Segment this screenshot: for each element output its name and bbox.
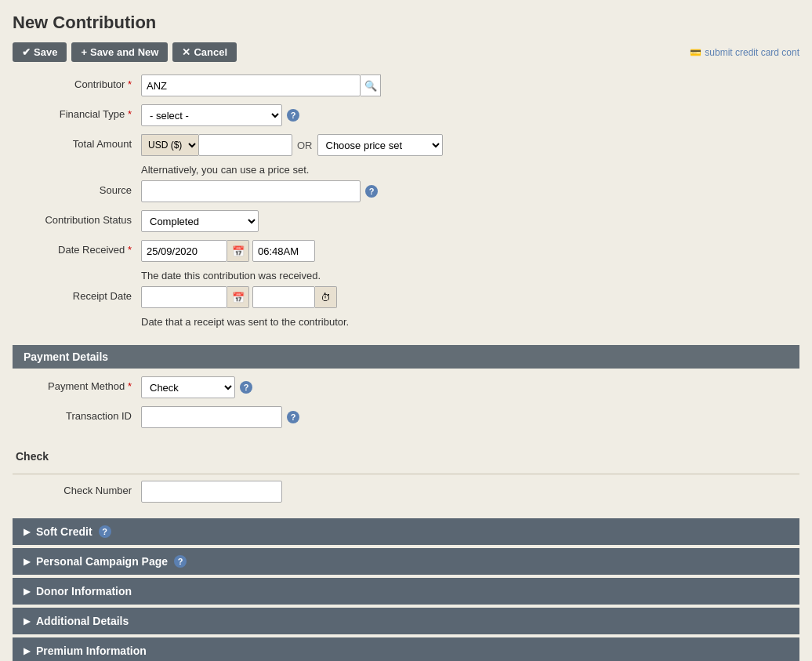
time-field-wrap bbox=[252, 240, 315, 262]
soft-credit-arrow-icon: ▶ bbox=[24, 527, 30, 537]
transaction-id-input[interactable] bbox=[141, 406, 282, 428]
source-control: ? bbox=[141, 180, 796, 202]
receipt-date-row: Receipt Date 📅 ⏱ bbox=[13, 286, 799, 308]
check-number-control bbox=[141, 481, 796, 503]
payment-details-form: Payment Method * Check Credit Card Debit… bbox=[13, 376, 799, 444]
financial-type-select[interactable]: - select - Donation Member Dues Campaign… bbox=[141, 104, 282, 126]
contributor-control: 🔍 bbox=[141, 74, 796, 96]
total-amount-control: USD ($) OR Choose price set bbox=[141, 134, 796, 156]
receipt-date-calendar-button[interactable]: 📅 bbox=[227, 286, 249, 308]
price-set-hint: Alternatively, you can use a price set. bbox=[13, 164, 799, 176]
personal-campaign-arrow-icon: ▶ bbox=[24, 557, 30, 567]
contributor-label: Contributor * bbox=[16, 74, 141, 90]
contribution-status-select[interactable]: Completed Pending Failed Cancelled In Pr… bbox=[141, 210, 259, 232]
receipt-date-input[interactable] bbox=[141, 286, 227, 308]
personal-campaign-help-icon[interactable]: ? bbox=[174, 555, 187, 568]
source-input[interactable] bbox=[141, 180, 361, 202]
contributor-search-button[interactable]: 🔍 bbox=[361, 74, 381, 96]
receipt-date-label: Receipt Date bbox=[16, 286, 141, 302]
receipt-time-input[interactable] bbox=[252, 286, 315, 308]
payment-method-control: Check Credit Card Debit Card EFT Cash ? bbox=[141, 376, 796, 398]
financial-type-label: Financial Type * bbox=[16, 104, 141, 120]
source-help-icon[interactable]: ? bbox=[365, 185, 378, 198]
submit-credit-card-link[interactable]: 💳 submit credit card cont bbox=[690, 47, 799, 58]
donor-information-label: Donor Information bbox=[36, 585, 132, 597]
financial-type-control: - select - Donation Member Dues Campaign… bbox=[141, 104, 796, 126]
price-set-select[interactable]: Choose price set bbox=[317, 134, 443, 156]
check-number-input[interactable] bbox=[141, 481, 282, 503]
check-number-row: Check Number bbox=[13, 481, 799, 503]
payment-method-label: Payment Method * bbox=[16, 376, 141, 392]
date-received-input[interactable] bbox=[141, 240, 227, 262]
soft-credit-label: Soft Credit bbox=[36, 525, 92, 538]
payment-method-help-icon[interactable]: ? bbox=[240, 381, 252, 394]
transaction-id-help-icon[interactable]: ? bbox=[287, 411, 299, 423]
credit-card-icon: 💳 bbox=[690, 47, 701, 58]
date-received-calendar-button[interactable]: 📅 bbox=[227, 240, 249, 262]
save-label: Save bbox=[34, 46, 57, 58]
time-received-input[interactable] bbox=[252, 240, 315, 262]
additional-details-arrow-icon: ▶ bbox=[24, 616, 30, 626]
receipt-date-hint: Date that a receipt was sent to the cont… bbox=[13, 316, 799, 328]
top-toolbar: ✔ Save + Save and New ✕ Cancel 💳 submit … bbox=[13, 42, 799, 62]
transaction-id-row: Transaction ID ? bbox=[13, 406, 799, 428]
contributor-input-wrap: 🔍 bbox=[141, 74, 381, 96]
amount-input[interactable] bbox=[198, 134, 292, 156]
donor-information-arrow-icon: ▶ bbox=[24, 587, 30, 597]
receipt-time-field-wrap: ⏱ bbox=[252, 286, 337, 308]
premium-information-arrow-icon: ▶ bbox=[24, 646, 30, 656]
source-label: Source bbox=[16, 180, 141, 196]
additional-details-label: Additional Details bbox=[36, 615, 129, 627]
contributor-row: Contributor * 🔍 bbox=[13, 74, 799, 96]
currency-wrap: USD ($) bbox=[141, 134, 292, 156]
financial-type-row: Financial Type * - select - Donation Mem… bbox=[13, 104, 799, 126]
save-button[interactable]: ✔ Save bbox=[13, 42, 67, 62]
currency-select[interactable]: USD ($) bbox=[141, 134, 198, 156]
contributor-required: * bbox=[128, 78, 132, 90]
collapsible-sections-container: ▶ Soft Credit ? ▶ Personal Campaign Page… bbox=[13, 518, 799, 661]
date-received-label: Date Received * bbox=[16, 240, 141, 256]
cancel-button-top[interactable]: ✕ Cancel bbox=[172, 42, 237, 62]
transaction-id-label: Transaction ID bbox=[16, 406, 141, 422]
contributor-input[interactable] bbox=[141, 74, 361, 96]
page-title: New Contribution bbox=[13, 8, 799, 33]
receipt-time-clock-button[interactable]: ⏱ bbox=[315, 286, 337, 308]
financial-type-help-icon[interactable]: ? bbox=[287, 109, 299, 122]
additional-details-section[interactable]: ▶ Additional Details bbox=[13, 608, 799, 634]
plus-icon-top: + bbox=[81, 46, 87, 58]
receipt-date-control: 📅 ⏱ bbox=[141, 286, 796, 308]
contribution-status-control: Completed Pending Failed Cancelled In Pr… bbox=[141, 210, 796, 232]
save-new-label-top: Save and New bbox=[90, 46, 158, 58]
date-received-hint: The date this contribution was received. bbox=[13, 270, 799, 281]
date-received-required: * bbox=[128, 244, 132, 256]
search-icon: 🔍 bbox=[364, 80, 377, 92]
submit-credit-label: submit credit card cont bbox=[705, 47, 799, 58]
contribution-form: Contributor * 🔍 Financial Type * bbox=[13, 74, 799, 340]
receipt-date-field-wrap: 📅 bbox=[141, 286, 249, 308]
check-divider bbox=[13, 474, 799, 474]
total-amount-row: Total Amount USD ($) OR Choose price set bbox=[13, 134, 799, 156]
date-received-control: 📅 bbox=[141, 240, 796, 262]
soft-credit-section[interactable]: ▶ Soft Credit ? bbox=[13, 518, 799, 545]
financial-type-required: * bbox=[128, 108, 132, 120]
contribution-status-row: Contribution Status Completed Pending Fa… bbox=[13, 210, 799, 232]
donor-information-section[interactable]: ▶ Donor Information bbox=[13, 578, 799, 605]
times-icon-top: ✕ bbox=[182, 46, 190, 58]
check-number-label: Check Number bbox=[16, 481, 141, 496]
date-received-row: Date Received * 📅 bbox=[13, 240, 799, 262]
premium-information-section[interactable]: ▶ Premium Information bbox=[13, 637, 799, 661]
check-icon: ✔ bbox=[22, 46, 31, 58]
premium-information-label: Premium Information bbox=[36, 645, 147, 657]
toolbar-left: ✔ Save + Save and New ✕ Cancel bbox=[13, 42, 237, 62]
source-row: Source ? bbox=[13, 180, 799, 202]
receipt-date-time-wrap: 📅 ⏱ bbox=[141, 286, 337, 308]
contribution-status-label: Contribution Status bbox=[16, 210, 141, 226]
check-section-title: Check bbox=[13, 444, 799, 467]
personal-campaign-page-section[interactable]: ▶ Personal Campaign Page ? bbox=[13, 548, 799, 575]
check-section-form: Check Number bbox=[13, 481, 799, 518]
soft-credit-help-icon[interactable]: ? bbox=[99, 525, 111, 538]
payment-method-select[interactable]: Check Credit Card Debit Card EFT Cash bbox=[141, 376, 235, 398]
save-and-new-button-top[interactable]: + Save and New bbox=[71, 42, 168, 62]
total-amount-label: Total Amount bbox=[16, 134, 141, 150]
payment-details-section-header: Payment Details bbox=[13, 345, 799, 369]
